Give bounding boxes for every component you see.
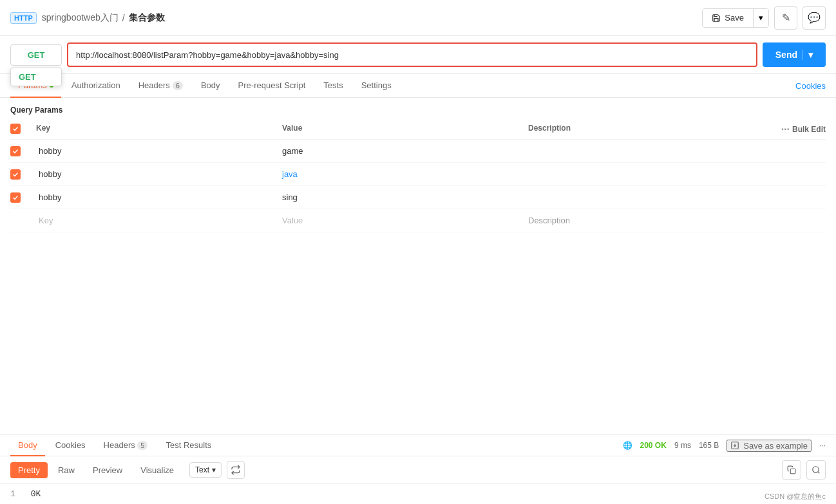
tab-tests[interactable]: Tests <box>316 74 350 98</box>
tab-prerequest[interactable]: Pre-request Script <box>231 74 314 98</box>
breadcrumb: springbootweb入门 / 集合参数 <box>42 12 165 24</box>
format-caret: ▾ <box>212 465 216 474</box>
row1-key[interactable]: hobby <box>36 146 282 156</box>
save-icon <box>712 14 721 23</box>
globe-icon: 🌐 <box>623 441 632 450</box>
breadcrumb-parent: springbootweb入门 <box>42 12 119 24</box>
top-bar: HTTP springbootweb入门 / 集合参数 Save ▾ ✎ 💬 <box>0 0 836 36</box>
more-icon: ··· <box>781 124 790 135</box>
section-title: Query Params <box>10 98 826 120</box>
header-checkbox-col <box>10 124 36 135</box>
url-bar: GET GET Send ▾ <box>0 36 836 74</box>
row3-key[interactable]: hobby <box>36 192 282 202</box>
bottom-section: Body Cookies Headers 5 Test Results 🌐 20… <box>0 434 836 504</box>
table-row: hobby sing <box>10 186 826 209</box>
header-key: Key <box>36 124 282 135</box>
row3-value[interactable]: sing <box>282 192 528 202</box>
top-bar-left: HTTP springbootweb入门 / 集合参数 <box>10 12 165 24</box>
url-input-wrapper <box>67 42 757 67</box>
method-select: GET GET <box>10 44 62 66</box>
tab-settings[interactable]: Settings <box>354 74 399 98</box>
row1-checkbox[interactable] <box>10 146 36 156</box>
bottom-tabs: Body Cookies Headers 5 Test Results 🌐 20… <box>0 435 836 456</box>
placeholder-key[interactable]: Key <box>36 216 282 225</box>
breadcrumb-current: 集合参数 <box>129 12 165 24</box>
bottom-status: 🌐 200 OK 9 ms 165 B Save as example ··· <box>623 440 826 452</box>
svg-rect-2 <box>790 469 795 474</box>
copy-button[interactable] <box>782 460 801 480</box>
bottom-tab-body[interactable]: Body <box>10 435 45 456</box>
row1-value[interactable]: game <box>282 146 528 156</box>
bulk-edit-btn[interactable]: ··· Bulk Edit <box>774 124 826 135</box>
header-value: Value <box>282 124 528 135</box>
more-options-icon[interactable]: ··· <box>819 441 826 450</box>
tab-authorization[interactable]: Authorization <box>64 74 128 98</box>
save-example-button[interactable]: Save as example <box>727 440 812 452</box>
row2-key[interactable]: hobby <box>36 169 282 179</box>
subtab-raw[interactable]: Raw <box>50 462 82 478</box>
table-row-placeholder: Key Value Description <box>10 209 826 232</box>
line-number-1: 1 <box>10 489 15 499</box>
table-row: hobby game <box>10 140 826 163</box>
bottom-tab-test-results[interactable]: Test Results <box>158 435 219 456</box>
format-select[interactable]: Text ▾ <box>189 462 222 478</box>
method-option-get[interactable]: GET <box>11 68 61 86</box>
save-btn-group: Save ▾ <box>702 8 769 28</box>
edit-button[interactable]: ✎ <box>774 6 797 30</box>
save-example-icon <box>730 441 739 450</box>
copy-icon <box>787 465 796 474</box>
response-line-1: 0K <box>31 489 41 499</box>
wrap-button[interactable] <box>227 461 245 479</box>
top-bar-right: Save ▾ ✎ 💬 <box>702 6 826 30</box>
status-ok: 200 OK <box>640 441 667 450</box>
search-icon <box>812 465 821 474</box>
http-badge: HTTP <box>10 12 37 24</box>
table-row: hobby java <box>10 163 826 186</box>
params-section: Query Params Key Value Description ··· B… <box>0 98 836 232</box>
page-footer: CSDN @窒息的鱼c <box>765 489 826 504</box>
status-ms: 9 ms <box>674 441 691 450</box>
save-caret-button[interactable]: ▾ <box>754 9 768 26</box>
response-content: 1 0K <box>0 484 836 504</box>
response-subtabs: Pretty Raw Preview Visualize Text ▾ <box>0 456 836 484</box>
header-description: Description <box>528 124 774 135</box>
send-caret: ▾ <box>803 50 813 60</box>
select-all-checkbox[interactable] <box>10 124 21 134</box>
tab-headers[interactable]: Headers 6 <box>131 74 191 98</box>
subtab-visualize[interactable]: Visualize <box>133 462 182 478</box>
subtab-pretty[interactable]: Pretty <box>10 462 48 478</box>
row2-value[interactable]: java <box>282 169 528 179</box>
url-input[interactable] <box>76 50 748 60</box>
status-size: 165 B <box>699 441 719 450</box>
response-actions <box>782 460 826 480</box>
params-table-header: Key Value Description ··· Bulk Edit <box>10 120 826 140</box>
request-tabs: Params Authorization Headers 6 Body Pre-… <box>0 74 836 98</box>
wrap-icon <box>231 465 241 475</box>
row2-checkbox[interactable] <box>10 169 36 180</box>
params-table: Key Value Description ··· Bulk Edit hobb… <box>10 120 826 232</box>
svg-line-4 <box>818 472 820 474</box>
method-button[interactable]: GET <box>10 44 62 66</box>
breadcrumb-separator: / <box>122 13 125 23</box>
tab-body[interactable]: Body <box>193 74 228 98</box>
chat-button[interactable]: 💬 <box>803 6 826 30</box>
send-button[interactable]: Send ▾ <box>763 42 826 67</box>
placeholder-value[interactable]: Value <box>282 216 528 225</box>
subtab-preview[interactable]: Preview <box>85 462 130 478</box>
save-button[interactable]: Save <box>703 9 753 26</box>
row3-checkbox[interactable] <box>10 192 36 203</box>
svg-point-3 <box>813 467 819 472</box>
search-button[interactable] <box>806 460 826 480</box>
bottom-tab-cookies[interactable]: Cookies <box>48 435 93 456</box>
placeholder-description[interactable]: Description <box>528 216 774 225</box>
tab-cookies[interactable]: Cookies <box>795 75 826 97</box>
method-dropdown: GET <box>10 68 62 86</box>
bottom-tab-headers[interactable]: Headers 5 <box>96 435 156 456</box>
